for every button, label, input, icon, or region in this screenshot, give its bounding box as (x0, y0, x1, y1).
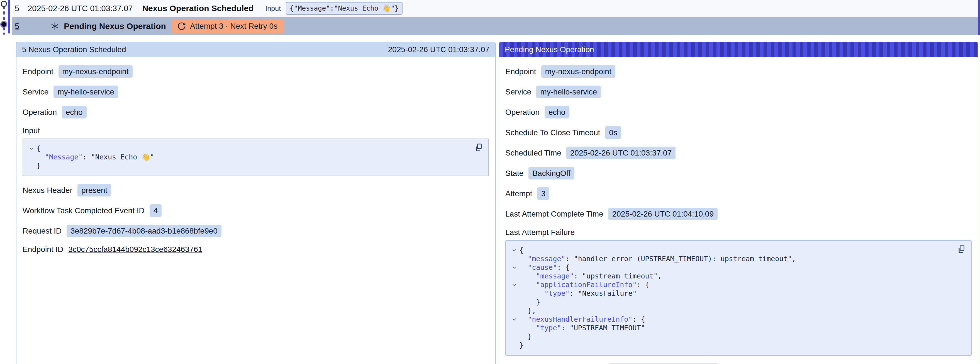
field-label: Request ID (22, 227, 62, 236)
event-node-pending-icon[interactable] (2, 22, 6, 27)
event-list-scrollbar[interactable] (978, 0, 980, 35)
fields-top: Endpointmy-nexus-endpointServicemy-hello… (22, 65, 489, 118)
field-value-badge: echo (545, 106, 570, 118)
field-label: Endpoint (505, 67, 536, 76)
chevron-down-icon[interactable] (512, 317, 517, 322)
chevron-down-icon[interactable] (29, 146, 34, 151)
field-row: Endpoint ID3c0c75ccfa8144b092c13ce632463… (22, 245, 489, 254)
event-title: Nexus Operation Scheduled (142, 4, 253, 13)
attempt-retry-badge: Attempt 3 · Next Retry 0s (172, 19, 283, 33)
field-value-badge: 4 (150, 204, 162, 217)
field-value-badge: 3e829b7e-7d67-4b08-aad3-b1e868bfe9e0 (67, 225, 221, 237)
field-row: Endpointmy-nexus-endpoint (22, 65, 489, 78)
field-row: Workflow Task Completed Event ID4 (22, 204, 489, 217)
json-code-line: } (509, 341, 955, 350)
json-code-line: } (509, 298, 955, 306)
attempt-badge-label: Attempt 3 · Next Retry 0s (190, 22, 277, 31)
json-code-line: "type": "NexusFailure" (509, 289, 955, 298)
event-node-open-icon[interactable] (1, 1, 7, 7)
json-code-line: } (27, 161, 472, 170)
panel-header-pending: Pending Nexus Operation (499, 42, 978, 57)
event-input-label: Input (266, 5, 281, 13)
chevron-down-icon[interactable] (512, 265, 517, 270)
input-json-block: { "Message": "Nexus Echo 👋"} (22, 139, 489, 176)
panel-title: 5 Nexus Operation Scheduled (22, 45, 126, 54)
field-label: Nexus Header (22, 186, 72, 195)
failure-section-label: Last Attempt Failure (505, 228, 972, 237)
field-value-badge: 2025-02-26 UTC 01:03:37.07 (566, 147, 676, 159)
field-row: Schedule To Close Timeout0s (505, 126, 972, 139)
field-label: Endpoint (22, 67, 54, 76)
field-value-badge: my-hello-service (54, 86, 118, 98)
json-code-line: "nexusHandlerFailureInfo": { (509, 315, 955, 324)
field-row: Nexus Headerpresent (22, 184, 489, 196)
json-code-line: }, (509, 306, 955, 315)
field-row: StateBackingOff (505, 167, 972, 179)
event-timestamp: 2025-02-26 UTC 01:03:37.07 (27, 4, 133, 13)
copy-icon[interactable] (474, 143, 484, 152)
field-label: Schedule To Close Timeout (505, 128, 600, 137)
json-code-line: "applicationFailureInfo": { (509, 280, 955, 289)
field-value-badge: my-nexus-endpoint (541, 65, 616, 78)
field-label: Attempt (505, 189, 532, 198)
panel-title: Pending Nexus Operation (505, 45, 594, 54)
panel-nexus-operation-scheduled: 5 Nexus Operation Scheduled 2025-02-26 U… (16, 42, 496, 364)
copy-icon[interactable] (957, 245, 967, 254)
field-row: Scheduled Time2025-02-26 UTC 01:03:37.07 (505, 147, 972, 159)
event-row-pending[interactable]: 5 Pending Nexus Operation Attempt 3 · Ne… (12, 17, 978, 35)
fields-bottom: Nexus HeaderpresentWorkflow Task Complet… (22, 184, 489, 254)
field-label: Operation (505, 108, 539, 117)
field-row: Request ID3e829b7e-7d67-4b08-aad3-b1e868… (22, 225, 489, 237)
chevron-down-icon[interactable] (512, 248, 517, 253)
input-section-label: Input (22, 126, 489, 135)
json-code-line: "message": "handler error (UPSTREAM_TIME… (509, 254, 955, 263)
timeline-accent-bar (8, 0, 10, 34)
field-row: Servicemy-hello-service (22, 86, 489, 98)
field-row: Servicemy-hello-service (505, 86, 972, 98)
field-label: Endpoint ID (22, 245, 63, 254)
field-row: Last Attempt Complete Time2025-02-26 UTC… (505, 208, 972, 220)
retry-icon (177, 22, 186, 31)
field-value-badge: BackingOff (528, 167, 574, 179)
field-value-badge: present (78, 184, 111, 196)
json-code-line: { (509, 246, 955, 254)
fields-top: Endpointmy-nexus-endpointServicemy-hello… (505, 65, 972, 220)
chevron-down-icon[interactable] (512, 283, 517, 287)
panel-timestamp: 2025-02-26 UTC 01:03:37.07 (388, 45, 490, 54)
event-id-link[interactable]: 5 (15, 4, 19, 13)
json-code-line: "Message": "Nexus Echo 👋" (27, 153, 472, 161)
event-input-chip[interactable]: {"Message":"Nexus Echo 👋"} (286, 2, 402, 15)
field-label: Operation (22, 108, 57, 117)
event-id-link[interactable]: 5 (15, 22, 19, 31)
field-value-badge: 2025-02-26 UTC 01:04:10.09 (608, 208, 718, 220)
json-code-line: } (509, 332, 955, 341)
field-label: State (505, 169, 523, 178)
field-label: Last Attempt Complete Time (505, 209, 603, 219)
last-attempt-failure-json-block: { "message": "handler error (UPSTREAM_TI… (505, 240, 972, 356)
field-row: Operationecho (22, 106, 489, 118)
endpoint-id-link[interactable]: 3c0c75ccfa8144b092c13ce632463761 (68, 245, 202, 254)
panel-pending-nexus-operation: Pending Nexus Operation Endpointmy-nexus… (499, 42, 978, 364)
timeline-dashed-connector (3, 6, 5, 35)
panel-header: 5 Nexus Operation Scheduled 2025-02-26 U… (16, 42, 495, 57)
field-value-badge: echo (62, 106, 87, 118)
field-label: Service (22, 88, 48, 96)
json-code-line: "type": "UPSTREAM_TIMEOUT" (509, 324, 955, 332)
field-row: Operationecho (505, 106, 972, 118)
event-row-scheduled[interactable]: 5 2025-02-26 UTC 01:03:37.07 Nexus Opera… (12, 0, 978, 17)
field-row: Attempt3 (505, 187, 972, 200)
field-row: Endpointmy-nexus-endpoint (505, 65, 972, 78)
field-value-badge: 3 (537, 187, 549, 200)
json-code-line: "message": "upstream timeout", (509, 272, 955, 280)
pending-asterisk-icon (51, 22, 59, 31)
field-label: Workflow Task Completed Event ID (22, 206, 145, 215)
json-code-line: "cause": { (509, 263, 955, 272)
field-value-badge: my-hello-service (536, 86, 601, 98)
field-value-badge: 0s (605, 126, 621, 139)
field-label: Service (505, 88, 531, 96)
field-value-badge: my-nexus-endpoint (59, 65, 133, 78)
field-label: Scheduled Time (505, 148, 561, 158)
json-code-line: { (27, 144, 472, 153)
event-title: Pending Nexus Operation (64, 21, 166, 31)
